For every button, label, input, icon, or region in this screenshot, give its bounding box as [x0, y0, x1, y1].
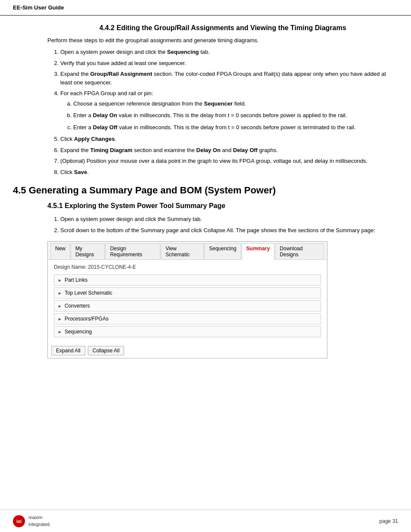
section-451-steps: Open a system power design and click the…: [60, 215, 398, 234]
tab-summary[interactable]: Summary: [242, 243, 275, 260]
list-item: Click Save.: [60, 168, 398, 177]
screenshot-body: Design Name: 2015-CYCLONE-4-E ► Part Lin…: [48, 260, 327, 343]
collapse-all-button[interactable]: Collapse All: [88, 346, 125, 355]
page-header: EE-Sim User Guide: [0, 0, 411, 16]
expand-all-button[interactable]: Expand All: [51, 346, 85, 355]
section-442-intro: Perform these steps to edit the group/ra…: [47, 37, 398, 44]
section-442-heading: 4.4.2 Editing the Group/Rail Assignments…: [47, 24, 398, 32]
design-name: Design Name: 2015-CYCLONE-4-E: [54, 264, 321, 270]
section-label: Sequencing: [65, 329, 92, 335]
section-451-heading: 4.5.1 Exploring the System Power Tool Su…: [47, 202, 398, 210]
logo-icon: ixi: [13, 515, 25, 527]
page-number-area: page 31: [380, 518, 398, 524]
logo-text: maxim integrated.: [28, 514, 51, 528]
header-title: EE-Sim User Guide: [13, 4, 64, 11]
section-sequencing: ► Sequencing: [54, 326, 321, 337]
section-45: 4.5 Generating a Summary Page and BOM (S…: [13, 185, 398, 358]
screenshot-mockup: New My Designs Design Requirements View …: [47, 241, 327, 358]
section-label: Converters: [65, 303, 90, 309]
page-number: 31: [392, 518, 398, 524]
tab-my-designs[interactable]: My Designs: [71, 243, 105, 259]
sub-list: Choose a sequencer reference designation…: [73, 100, 398, 132]
logo-line1: maxim: [28, 514, 51, 521]
logo-line2: integrated.: [28, 521, 51, 528]
list-item: Open a system power design and click the…: [60, 215, 398, 224]
tab-sequencing[interactable]: Sequencing: [204, 243, 241, 259]
arrow-icon: ►: [58, 304, 62, 308]
screenshot-footer: Expand All Collapse All: [48, 343, 327, 358]
page-footer: ixi maxim integrated. page 31: [0, 510, 411, 532]
list-item: Expand the Timing Diagram section and ex…: [60, 146, 398, 155]
tab-new[interactable]: New: [50, 243, 70, 259]
list-item: Enter a Delay Off value in milliseconds.…: [73, 123, 398, 132]
section-part-links: ► Part Links: [54, 274, 321, 286]
list-item: (Optional) Position your mouse over a da…: [60, 157, 398, 165]
section-label: Processors/FPGAs: [65, 316, 109, 322]
section-451: 4.5.1 Exploring the System Power Tool Su…: [47, 202, 398, 358]
list-item: Expand the Group/Rail Assignment section…: [60, 70, 398, 87]
screenshot-tabs: New My Designs Design Requirements View …: [48, 242, 327, 260]
list-item: Choose a sequencer reference designation…: [73, 100, 398, 108]
arrow-icon: ►: [58, 291, 62, 296]
section-45-heading: 4.5 Generating a Summary Page and BOM (S…: [13, 185, 398, 196]
list-item: Click Apply Changes.: [60, 135, 398, 143]
page-label: page: [380, 518, 391, 524]
list-item: Verify that you have added at least one …: [60, 59, 398, 68]
tab-download-designs[interactable]: Download Designs: [275, 243, 324, 259]
section-442: 4.4.2 Editing the Group/Rail Assignments…: [47, 24, 398, 176]
footer-logo: ixi maxim integrated.: [13, 514, 51, 528]
section-processors-fpgas: ► Processors/FPGAs: [54, 313, 321, 324]
arrow-icon: ►: [58, 317, 62, 321]
section-442-steps: Open a system power design and click the…: [60, 48, 398, 176]
section-label: Part Links: [65, 277, 87, 283]
section-top-level-schematic: ► Top Level Schematic: [54, 287, 321, 299]
section-converters: ► Converters: [54, 300, 321, 311]
list-item: Open a system power design and click the…: [60, 48, 398, 56]
arrow-icon: ►: [58, 330, 62, 334]
main-content: 4.4.2 Editing the Group/Rail Assignments…: [0, 16, 411, 400]
tab-design-requirements[interactable]: Design Requirements: [105, 243, 160, 259]
tab-view-schematic[interactable]: View Schematic: [161, 243, 204, 259]
arrow-icon: ►: [58, 278, 62, 283]
list-item: For each FPGA Group and rail or pin: Cho…: [60, 89, 398, 131]
list-item: Scroll down to the bottom of the Summary…: [60, 226, 398, 235]
section-label: Top Level Schematic: [65, 290, 112, 296]
list-item: Enter a Delay On value in milliseconds. …: [73, 111, 398, 120]
